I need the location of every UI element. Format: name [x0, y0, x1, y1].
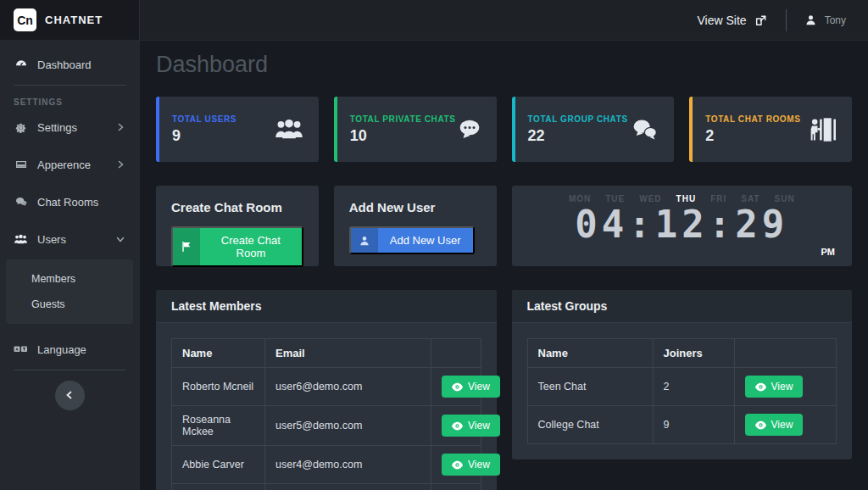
button-label: Create Chat Room	[200, 228, 302, 265]
group-name: College Chat	[527, 406, 653, 444]
username: Tony	[825, 14, 846, 26]
button-label: Add New User	[378, 228, 473, 253]
sidebar-item-label: Dashboard	[37, 58, 92, 71]
comments-icon	[631, 118, 659, 142]
sidebar-item-apperence[interactable]: Apperence	[0, 146, 139, 183]
view-member-button[interactable]: View	[442, 376, 500, 398]
group-joiners: 9	[653, 406, 734, 444]
view-member-button[interactable]: View	[442, 415, 500, 437]
sidebar-item-users[interactable]: Users	[0, 220, 139, 258]
sidebar-item-settings[interactable]: Settings	[0, 109, 139, 146]
chevron-left-icon	[64, 388, 75, 404]
column-header	[431, 339, 481, 368]
view-group-button[interactable]: View	[745, 414, 804, 436]
group-name: Teen Chat	[527, 368, 653, 406]
latest-groups-table: Name Joiners Teen Chat 2 View College Ch…	[527, 338, 837, 444]
clock-meridiem: PM	[821, 247, 836, 257]
comment-dots-icon	[457, 118, 482, 142]
chevron-down-icon	[115, 234, 125, 244]
sidebar-item-members[interactable]: Members	[6, 266, 133, 292]
divider	[14, 85, 125, 86]
stat-label: TOTAL GROUP CHATS	[528, 114, 628, 124]
member-name: Roberto Mcneil	[172, 368, 265, 406]
main-content: Dashboard TOTAL USERS 9 TOTAL PRIVATE CH…	[141, 41, 868, 490]
user-icon	[804, 14, 818, 26]
chevron-right-icon	[115, 122, 125, 132]
table-row: Roseanna Mckee user5@demo.com View	[172, 406, 481, 446]
member-email: user4@demo.com	[265, 446, 431, 484]
topbar-divider	[786, 9, 787, 31]
card-title: Latest Members	[156, 290, 497, 323]
brand-name: CHATNET	[45, 14, 103, 26]
member-name: Abbie Carver	[172, 446, 265, 484]
flag-icon	[173, 228, 200, 265]
column-header	[734, 339, 837, 368]
clock-time: 04:12:29	[512, 205, 853, 244]
stat-label: TOTAL CHAT ROOMS	[705, 114, 800, 124]
add-new-user-card: Add New User Add New User	[334, 186, 497, 266]
column-header: Email	[265, 339, 431, 368]
sidebar-item-label: Chat Rooms	[37, 196, 98, 209]
table-row: Roberto Mcneil user6@demo.com View	[172, 368, 481, 406]
users-icon	[14, 233, 28, 246]
sidebar-item-chat-rooms[interactable]: Chat Rooms	[0, 183, 139, 220]
table-row: Rian Whitney user3@demo.com View	[172, 484, 481, 490]
view-site-link[interactable]: View Site	[698, 14, 769, 27]
table-row: Teen Chat 2 View	[527, 368, 837, 406]
users-group-icon	[274, 118, 304, 142]
stat-card-private-chats: TOTAL PRIVATE CHATS 10	[334, 97, 497, 162]
stat-value: 9	[172, 127, 236, 145]
card-title: Add New User	[349, 200, 481, 214]
sidebar-section-label: SETTINGS	[0, 87, 139, 109]
sidebar-item-label: Apperence	[37, 159, 91, 171]
chevron-right-icon	[115, 159, 125, 170]
stat-card-group-chats: TOTAL GROUP CHATS 22	[512, 97, 675, 162]
latest-groups-card: Latest Groups Name Joiners Teen Chat 2 V…	[512, 290, 853, 459]
dashboard-icon	[14, 58, 28, 71]
stat-label: TOTAL PRIVATE CHATS	[350, 114, 456, 124]
member-email: user5@demo.com	[265, 406, 431, 446]
column-header: Joiners	[653, 339, 734, 368]
gear-icon	[14, 121, 28, 134]
stat-label: TOTAL USERS	[172, 114, 236, 124]
sidebar-collapse-button[interactable]	[55, 381, 85, 410]
view-group-button[interactable]: View	[745, 376, 804, 398]
stat-value: 10	[350, 127, 456, 145]
table-row: Abbie Carver user4@demo.com View	[172, 446, 481, 484]
stat-value: 2	[705, 127, 800, 145]
chat-bubbles-icon	[14, 195, 28, 209]
stat-card-total-users: TOTAL USERS 9	[156, 97, 319, 162]
sidebar: Dashboard SETTINGS Settings Apperence	[0, 41, 140, 490]
window-icon	[14, 158, 28, 171]
sidebar-item-label: Language	[37, 343, 86, 356]
view-member-button[interactable]: View	[442, 454, 500, 476]
app-logo[interactable]: Cn CHATNET	[0, 0, 140, 40]
create-chat-room-button[interactable]: Create Chat Room	[171, 226, 303, 267]
sidebar-item-guests[interactable]: Guests	[6, 292, 133, 317]
card-title: Create Chat Room	[171, 200, 303, 214]
add-new-user-button[interactable]: Add New User	[349, 226, 475, 254]
user-menu[interactable]: Tony	[804, 14, 846, 26]
external-link-icon	[754, 14, 769, 27]
member-email: user3@demo.com	[265, 484, 431, 490]
latest-members-card: Latest Members Name Email Roberto Mcneil…	[156, 290, 497, 490]
door-enter-icon	[809, 117, 837, 142]
sidebar-item-dashboard[interactable]: Dashboard	[0, 46, 139, 83]
topbar: Cn CHATNET View Site Tony	[0, 0, 868, 41]
language-icon	[14, 344, 28, 354]
column-header: Name	[527, 339, 653, 368]
divider	[14, 370, 125, 370]
page-title: Dashboard	[156, 51, 852, 78]
view-site-label: View Site	[698, 14, 747, 27]
sidebar-item-label: Settings	[37, 121, 77, 134]
sidebar-item-label: Users	[37, 233, 66, 246]
column-header: Name	[172, 339, 265, 368]
users-submenu: Members Guests	[6, 259, 133, 324]
member-email: user6@demo.com	[265, 368, 431, 406]
clock-widget: MON TUE WED THU FRI SAT SUN 04:12:29 PM	[512, 186, 853, 266]
logo-icon: Cn	[14, 8, 36, 31]
latest-members-table: Name Email Roberto Mcneil user6@demo.com…	[171, 338, 481, 490]
stat-card-chat-rooms: TOTAL CHAT ROOMS 2	[689, 97, 852, 162]
sidebar-item-language[interactable]: Language	[0, 331, 139, 368]
create-chat-room-card: Create Chat Room Create Chat Room	[156, 186, 319, 266]
